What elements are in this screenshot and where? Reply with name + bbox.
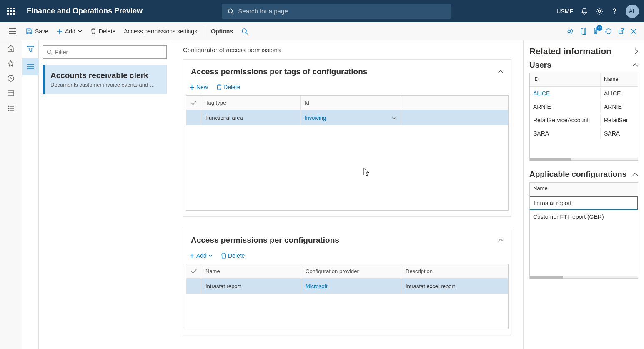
add-button[interactable]: Add [53,25,86,37]
svg-point-2 [599,10,601,12]
copilot-icon[interactable] [566,28,574,35]
users-grid: ID Name ALICEALICEARNIEARNIERetailServic… [529,73,638,161]
global-search[interactable] [222,4,451,19]
content-pane: Configurator of access permissions Acces… [171,40,523,349]
delete-row-label: Delete [223,84,240,90]
office-icon[interactable] [580,28,586,35]
close-icon[interactable] [631,28,636,34]
configs-section-title: Applicable configurations [529,170,626,179]
user-avatar[interactable]: AL [626,5,639,18]
users-section-title: Users [529,60,551,70]
table-row[interactable]: ARNIEARNIE [530,100,638,113]
column-header-id[interactable]: ID [530,73,601,86]
company-picker[interactable]: USMF [556,8,573,15]
attachments-icon[interactable]: 0 [592,28,599,35]
svg-point-0 [228,9,233,13]
cell-id-value: Invoicing [305,115,326,121]
cell-user-id[interactable]: ALICE [530,88,601,99]
list-item-subtitle: Documents customer invoice events and … [50,82,160,88]
select-all-checkbox[interactable] [186,96,201,110]
new-button[interactable]: New [186,82,211,92]
horizontal-scrollbar[interactable] [530,276,638,278]
table-row[interactable]: ALICEALICE [530,87,638,100]
collapse-icon[interactable] [498,239,504,242]
cell-id[interactable]: Invoicing [301,110,401,125]
cell-tag-type[interactable]: Functional area [201,110,301,125]
trash-icon [216,84,222,90]
svg-line-9 [246,33,248,34]
table-row[interactable]: Customer FTI report (GER) [530,210,638,223]
column-header-id[interactable]: Id [301,96,401,110]
delete-config-label: Delete [228,252,245,259]
cell-config-name[interactable]: Intrastat report [201,279,301,294]
access-settings-link[interactable]: Access permissions settings [120,25,201,37]
collapse-icon[interactable] [632,63,638,67]
column-header-name[interactable]: Name [601,73,638,86]
column-header-tag-type[interactable]: Tag type [201,96,301,110]
select-all-checkbox[interactable] [186,264,201,278]
delete-button[interactable]: Delete [86,25,120,37]
cell-user-name: SARA [601,128,638,139]
nav-toggle-icon[interactable] [3,28,22,34]
trash-icon [221,253,226,259]
recent-icon[interactable] [7,75,15,82]
app-title: Finance and Operations Preview [27,7,143,15]
apps-launcher-icon[interactable] [5,5,17,17]
collapse-icon[interactable] [632,173,638,176]
cell-config-provider[interactable]: Microsoft [301,279,401,294]
chevron-right-icon[interactable] [635,48,638,54]
refresh-icon[interactable] [605,28,612,35]
popout-icon[interactable] [618,28,625,35]
column-header-name[interactable]: Name [530,183,638,196]
global-search-input[interactable] [238,8,445,15]
table-row[interactable]: RetailServiceAccountRetailSer [530,113,638,127]
plus-icon [189,85,195,90]
panel-tags: Access permissions per tags of configura… [183,59,511,217]
row-checkbox[interactable] [186,279,201,294]
filter-icon[interactable] [22,40,39,58]
workspaces-icon[interactable] [7,90,15,97]
column-header-provider[interactable]: Configuration provider [301,264,401,278]
add-config-button[interactable]: Add [186,251,216,261]
column-header-desc[interactable]: Description [401,264,508,278]
cell-user-name: ALICE [601,88,638,99]
row-checkbox[interactable] [186,110,201,125]
favorites-icon[interactable] [7,60,15,67]
help-icon[interactable] [611,8,618,15]
cell-user-id[interactable]: RetailServiceAccount [530,114,601,126]
svg-point-8 [242,29,246,33]
table-row[interactable]: Intrastat report [530,196,638,210]
settings-icon[interactable] [596,8,603,15]
cell-user-id[interactable]: SARA [530,128,601,139]
list-view-icon[interactable] [22,58,39,75]
home-icon[interactable] [7,45,15,52]
options-label: Options [211,28,233,35]
filter-input[interactable] [43,45,167,59]
page-search-button[interactable] [237,25,252,37]
svg-line-1 [232,12,234,14]
cell-config-name: Intrastat report [530,197,637,209]
tags-grid: Tag type Id Functional area Invoicing [186,95,509,211]
column-header-name[interactable]: Name [201,264,301,278]
horizontal-scrollbar[interactable] [530,158,638,160]
action-bar: Save Add Delete Access permissions setti… [0,22,644,40]
chevron-down-icon[interactable] [392,116,397,119]
new-label: New [196,84,208,90]
table-row[interactable]: Intrastat report Microsoft Intrastat exc… [186,279,508,294]
cell-config-desc[interactable]: Intrastat excel report [401,279,508,294]
cell-config-name: Customer FTI report (GER) [530,211,638,223]
options-tab[interactable]: Options [207,25,237,37]
filter-input-field[interactable] [55,49,163,55]
list-item-title: Accounts receivable clerk [50,71,160,80]
table-row[interactable]: Functional area Invoicing [186,110,508,125]
cell-user-id[interactable]: ARNIE [530,101,601,113]
notifications-icon[interactable] [581,8,588,15]
save-button[interactable]: Save [22,25,53,37]
modules-icon[interactable] [7,105,15,112]
table-row[interactable]: SARASARA [530,127,638,140]
delete-config-button[interactable]: Delete [218,251,248,261]
delete-row-button[interactable]: Delete [213,82,243,92]
page-title: Configurator of access permissions [183,46,511,53]
list-item[interactable]: Accounts receivable clerk Documents cust… [43,65,167,94]
collapse-icon[interactable] [498,70,504,73]
